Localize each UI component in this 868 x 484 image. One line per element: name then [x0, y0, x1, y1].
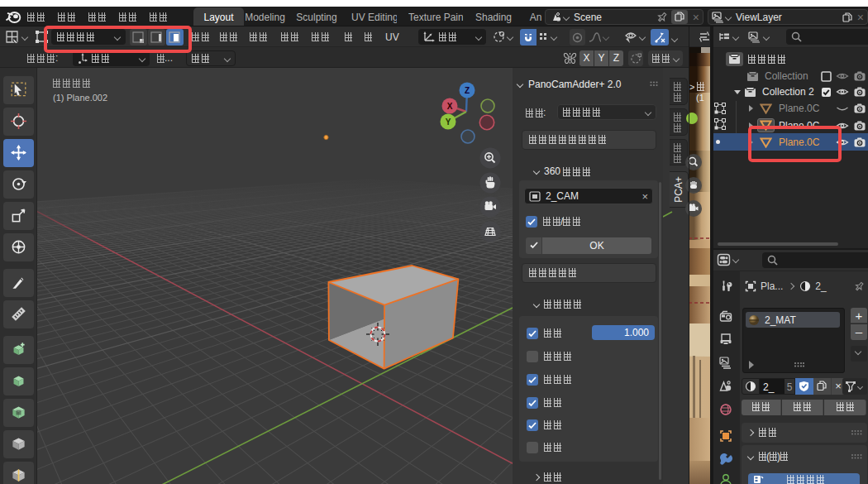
svg-text:Z: Z [465, 86, 470, 95]
svg-text:X: X [447, 102, 453, 111]
svg-text:Y: Y [446, 117, 451, 127]
